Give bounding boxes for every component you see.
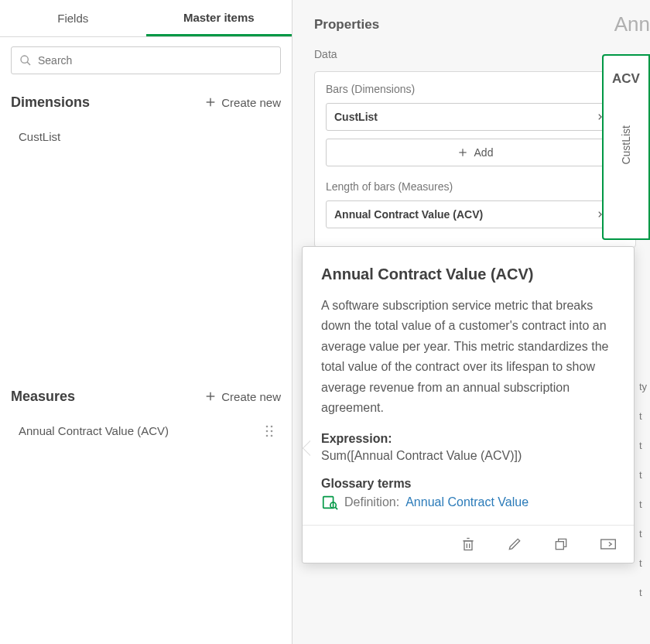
plus-icon	[204, 96, 217, 108]
dimension-item-label: CustList	[19, 130, 60, 143]
create-dimension-button[interactable]: Create new	[204, 96, 281, 109]
measures-section: Measures Create new Annual Contract Valu…	[0, 378, 292, 447]
create-new-label: Create new	[221, 96, 281, 109]
length-measures-label: Length of bars (Measures)	[326, 180, 624, 193]
svg-rect-29	[464, 541, 472, 550]
chart-title-preview: Ann	[614, 12, 650, 36]
search-icon	[19, 54, 32, 67]
svg-point-11	[271, 434, 273, 437]
duplicate-icon[interactable]	[549, 532, 573, 557]
delete-icon[interactable]	[456, 532, 481, 557]
plus-icon	[457, 147, 468, 158]
svg-point-8	[266, 430, 269, 432]
dimension-row-label: CustList	[334, 111, 378, 123]
svg-point-7	[271, 425, 273, 427]
glossary-label: Glossary terms	[321, 477, 615, 491]
data-properties-card: Bars (Dimensions) CustList Add Length of…	[314, 71, 636, 248]
expression-value: Sum([Annual Contract Value (ACV)])	[321, 449, 615, 463]
expand-icon[interactable]	[595, 532, 621, 557]
svg-point-6	[266, 425, 269, 427]
popover-title: Annual Contract Value (ACV)	[321, 265, 615, 283]
tab-fields[interactable]: Fields	[0, 0, 146, 36]
drag-handle-icon[interactable]	[265, 425, 273, 437]
dimensions-section: Dimensions Create new CustList	[0, 84, 292, 152]
measure-row[interactable]: Annual Contract Value (ACV)	[326, 200, 624, 228]
definition-label: Definition:	[344, 495, 399, 509]
svg-rect-36	[601, 540, 616, 549]
dimension-item[interactable]: CustList	[11, 121, 281, 152]
svg-point-10	[266, 434, 269, 437]
chart-preview-card[interactable]: ACV CustList	[602, 54, 650, 240]
measure-detail-popover: Annual Contract Value (ACV) A software s…	[302, 246, 635, 564]
plus-icon	[204, 390, 217, 402]
create-measure-button[interactable]: Create new	[204, 390, 281, 403]
popover-toolbar	[303, 525, 634, 563]
popover-description: A software subscription service metric t…	[321, 296, 615, 418]
bars-dimensions-label: Bars (Dimensions)	[326, 83, 624, 95]
measure-item-label: Annual Contract Value (ACV)	[19, 424, 169, 437]
background-table-edge: tyttttttt	[639, 372, 650, 607]
measure-row-label: Annual Contract Value (ACV)	[334, 208, 483, 221]
svg-line-1	[27, 62, 30, 65]
svg-line-28	[335, 508, 337, 510]
data-section-label: Data	[292, 42, 650, 71]
panel-tabs: Fields Master items	[0, 0, 292, 37]
properties-title: Properties	[292, 0, 650, 42]
search-box[interactable]	[11, 46, 281, 74]
assets-panel: Fields Master items Dimensions Create ne…	[0, 0, 292, 644]
dimension-row[interactable]: CustList	[326, 103, 624, 131]
create-new-label: Create new	[221, 390, 281, 403]
edit-icon[interactable]	[502, 532, 527, 557]
tab-master-items[interactable]: Master items	[146, 0, 292, 36]
glossary-term-link[interactable]: Annual Contract Value	[405, 495, 529, 509]
measure-item[interactable]: Annual Contract Value (ACV)	[11, 415, 281, 447]
svg-point-0	[21, 56, 28, 63]
chart-preview-axis: CustList	[620, 125, 632, 165]
dimensions-title: Dimensions	[11, 94, 90, 111]
chart-preview-title: ACV	[612, 71, 640, 87]
add-button-label: Add	[474, 146, 494, 159]
measures-title: Measures	[11, 389, 75, 405]
svg-point-9	[271, 430, 273, 432]
expression-label: Expression:	[321, 432, 615, 446]
add-dimension-button[interactable]: Add	[326, 139, 624, 166]
glossary-icon	[321, 494, 338, 511]
svg-rect-35	[556, 542, 563, 550]
search-input[interactable]	[38, 54, 272, 67]
